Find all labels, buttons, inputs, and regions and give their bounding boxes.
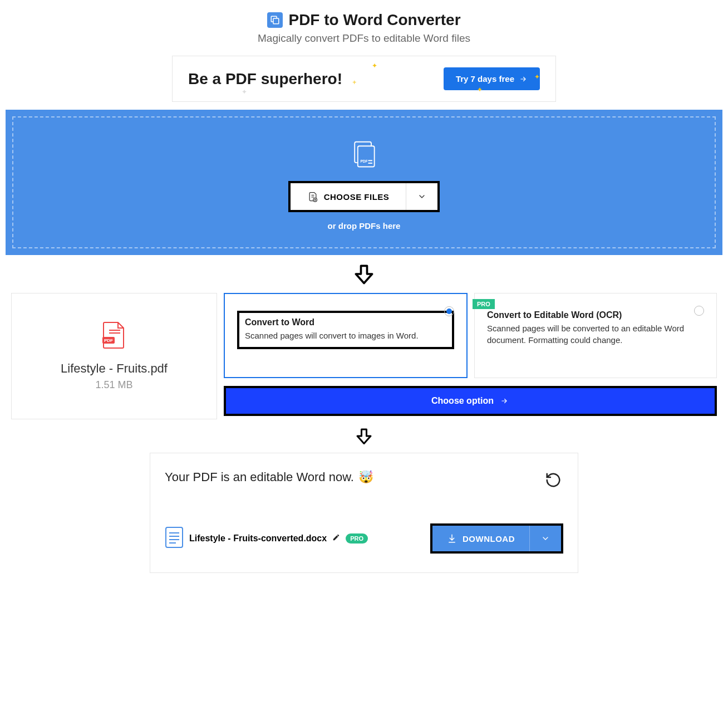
chevron-down-icon [417, 192, 426, 201]
svg-text:PDF: PDF [360, 159, 367, 163]
try-free-button[interactable]: Try 7 days free [444, 67, 540, 90]
restart-button[interactable] [543, 470, 563, 490]
arrow-right-icon [499, 397, 509, 405]
page-title: PDF to Word Converter [288, 11, 460, 29]
option-title: Convert to Editable Word (OCR) [487, 310, 704, 320]
pdf-file-icon: PDF [102, 321, 126, 351]
promo-banner: ✦ + ✦ ✦ ✦ Be a PDF superhero! Try 7 days… [172, 56, 556, 102]
pro-badge: PRO [346, 533, 368, 544]
sparkle-icon: ✦ [242, 88, 247, 96]
choose-files-button[interactable]: CHOOSE FILES [291, 183, 407, 210]
sparkle-icon: ✦ [534, 73, 540, 81]
pro-badge: PRO [473, 299, 495, 309]
radio-unselected-icon [694, 306, 704, 316]
file-name: Lifestyle - Fruits.pdf [61, 361, 168, 376]
sparkle-icon: ✦ [372, 62, 377, 70]
try-free-label: Try 7 days free [456, 74, 514, 84]
pencil-icon [332, 533, 340, 541]
emoji-icon: 🤯 [358, 470, 373, 484]
options-section: PDF Lifestyle - Fruits.pdf 1.51 MB Conve… [6, 293, 722, 419]
drop-hint: or drop PDFs here [24, 221, 704, 231]
sparkle-icon: ✦ [477, 86, 483, 94]
result-message: Your PDF is an editable Word now. [165, 470, 354, 484]
dropzone[interactable]: PDF CHOOSE FILES or drop PDFs here [6, 110, 722, 255]
page-subtitle: Magically convert PDFs to editable Word … [6, 32, 722, 45]
option-convert-ocr[interactable]: PRO Convert to Editable Word (OCR) Scann… [474, 293, 717, 378]
radio-selected-icon [444, 306, 454, 316]
option-desc: Scanned pages will convert to images in … [245, 330, 446, 341]
choose-option-label: Choose option [431, 396, 494, 406]
svg-text:PDF: PDF [104, 338, 113, 343]
chevron-down-icon [541, 534, 550, 543]
choose-files-label: CHOOSE FILES [324, 192, 390, 202]
choose-files-dropdown[interactable] [406, 183, 437, 210]
arrow-right-icon [519, 75, 528, 83]
option-title: Convert to Word [245, 317, 446, 327]
result-card: Your PDF is an editable Word now. 🤯 Life… [150, 453, 578, 573]
option-convert-to-word[interactable]: Convert to Word Scanned pages will conve… [224, 293, 468, 378]
reload-icon [545, 472, 562, 488]
pdf-stack-icon: PDF [348, 140, 380, 173]
doc-file-icon [165, 526, 184, 551]
promo-title: Be a PDF superhero! [188, 70, 342, 88]
choose-files-button-group: CHOOSE FILES [288, 181, 440, 212]
download-icon [447, 533, 457, 544]
sparkle-icon: + [352, 79, 356, 86]
flow-arrow-icon [6, 426, 722, 448]
download-label: DOWNLOAD [463, 534, 515, 544]
download-dropdown[interactable] [529, 526, 561, 551]
download-button-group: DOWNLOAD [430, 523, 563, 554]
file-add-icon [307, 191, 318, 202]
uploaded-file-card: PDF Lifestyle - Fruits.pdf 1.51 MB [11, 293, 217, 419]
header: PDF to Word Converter Magically convert … [6, 11, 722, 45]
option-desc: Scanned pages will be converted to an ed… [487, 322, 704, 346]
result-filename: Lifestyle - Fruits-converted.docx [189, 533, 327, 544]
svg-rect-16 [166, 527, 183, 547]
svg-rect-1 [273, 18, 279, 24]
app-icon [267, 12, 283, 28]
edit-filename-button[interactable] [332, 533, 340, 544]
download-button[interactable]: DOWNLOAD [432, 526, 529, 551]
flow-arrow-icon [6, 262, 722, 288]
file-size: 1.51 MB [95, 379, 132, 391]
choose-option-button[interactable]: Choose option [226, 388, 715, 414]
